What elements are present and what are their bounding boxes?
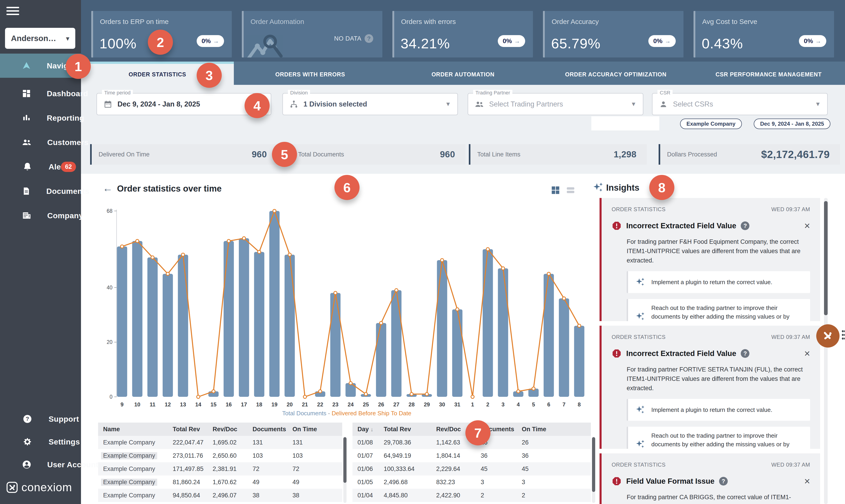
column-name[interactable]: Name bbox=[98, 426, 168, 433]
insight-card-1: ORDER STATISTICS WED 09:37 AM Incorrect … bbox=[599, 326, 820, 449]
back-arrow-icon[interactable]: ← bbox=[103, 182, 113, 194]
kpi-trend-pill[interactable]: 0% → bbox=[498, 35, 525, 47]
kpi-trend-pill[interactable]: 0% → bbox=[648, 35, 676, 47]
question-icon[interactable]: ? bbox=[741, 349, 750, 358]
partners-table-scrollbar[interactable] bbox=[343, 437, 346, 503]
filter-chip-1[interactable]: Dec 9, 2024 - Jan 8, 2025 bbox=[754, 119, 830, 129]
svg-text:9: 9 bbox=[121, 401, 123, 408]
column-day[interactable]: Day↓ bbox=[353, 426, 379, 433]
daily-table-scrollbar[interactable] bbox=[592, 437, 595, 503]
point-day-19 bbox=[273, 209, 276, 213]
bar-day-20 bbox=[285, 255, 295, 397]
svg-text:23: 23 bbox=[332, 401, 339, 408]
chevron-down-icon: ▼ bbox=[445, 101, 451, 108]
question-icon[interactable]: ? bbox=[364, 34, 373, 43]
kpi-value: 0.43% bbox=[702, 35, 743, 52]
close-icon[interactable]: × bbox=[804, 221, 810, 231]
column-on-time[interactable]: On Time bbox=[517, 426, 591, 433]
tab-orders-with-errors[interactable]: ORDERS WITH ERRORS bbox=[234, 61, 387, 85]
filter-trading-partner[interactable]: Trading Partner Select Trading Partners … bbox=[468, 93, 643, 115]
bar-day-23 bbox=[330, 293, 341, 397]
table-row[interactable]: Example Company171,497.852,381.917272 bbox=[98, 462, 342, 475]
sidebar-item-documents[interactable]: Documents bbox=[0, 179, 81, 203]
sidebar-item-alerts[interactable]: Alerts 62 bbox=[0, 155, 81, 179]
support-icon: ? bbox=[22, 414, 33, 424]
point-day-11 bbox=[151, 256, 154, 259]
table-row[interactable]: 01/06100,333.642,229.644545 bbox=[353, 462, 591, 475]
sidebar-item-user-account[interactable]: User Account bbox=[0, 452, 81, 476]
table-row[interactable]: Example Company94,850.642,496.073838 bbox=[98, 489, 342, 502]
conexiom-floating-button[interactable] bbox=[816, 324, 840, 347]
kpi-trend-pill[interactable]: 0% → bbox=[799, 35, 826, 47]
point-day-6 bbox=[547, 272, 550, 275]
table-row[interactable]: 01/044,845.802,422.9022 bbox=[353, 489, 591, 502]
tab-order-accuracy-optimization[interactable]: ORDER ACCURACY OPTIMIZATION bbox=[539, 61, 692, 85]
tab-order-automation[interactable]: ORDER AUTOMATION bbox=[387, 61, 540, 85]
point-day-29 bbox=[425, 393, 428, 396]
column-on-time[interactable]: On Time bbox=[287, 426, 342, 433]
column-documents[interactable]: Documents bbox=[248, 426, 287, 433]
legend-total-documents: Total Documents bbox=[282, 410, 326, 417]
kpi-label: Orders with errors bbox=[401, 18, 456, 25]
point-day-21 bbox=[303, 395, 307, 398]
list-view-icon[interactable] bbox=[565, 185, 576, 196]
bar-day-13 bbox=[178, 255, 188, 397]
filter-division[interactable]: Division 1 Division selected ▼ bbox=[283, 93, 458, 115]
table-row[interactable]: Example Company222,047.471,695.02131131 bbox=[98, 436, 342, 449]
sparkle-icon bbox=[635, 311, 645, 321]
arrow-right-icon: → bbox=[213, 38, 219, 45]
table-row[interactable]: Example Company273,011.762,650.60103103 bbox=[98, 449, 342, 462]
account-selector-label: Anderson… bbox=[11, 34, 56, 43]
sort-descending-icon[interactable]: ↓ bbox=[371, 426, 374, 432]
hamburger-menu-icon[interactable] bbox=[6, 7, 19, 17]
filter-csr[interactable]: CSR Select CSRs ▼ bbox=[652, 93, 828, 115]
partners-table: NameTotal RevRev/DocDocumentsOn TimeExam… bbox=[98, 422, 342, 504]
close-icon[interactable]: × bbox=[804, 476, 810, 486]
svg-text:5: 5 bbox=[532, 401, 535, 408]
drag-dots-icon[interactable] bbox=[842, 330, 845, 341]
table-row[interactable]: 01/0764,949.191,804.143636 bbox=[353, 449, 591, 462]
sidebar-item-customers[interactable]: Customers bbox=[0, 130, 81, 155]
question-icon[interactable]: ? bbox=[719, 477, 728, 486]
point-day-3 bbox=[501, 267, 505, 270]
insight-suggestion: Implement a plugin to return the correct… bbox=[627, 399, 810, 421]
navigator-icon bbox=[22, 61, 31, 70]
account-selector[interactable]: Anderson… ▾ bbox=[5, 28, 75, 49]
insight-card-0: ORDER STATISTICS WED 09:37 AM Incorrect … bbox=[599, 198, 820, 321]
point-day-18 bbox=[257, 250, 261, 254]
chevron-down-icon: ▼ bbox=[815, 101, 821, 108]
kpi-card-4: Avg Cost to Serve 0.43% 0% → bbox=[694, 11, 834, 57]
filter-chip-0[interactable]: Example Company bbox=[680, 119, 742, 129]
table-row[interactable]: 01/052,496.68832.2333 bbox=[353, 475, 591, 489]
sidebar-item-settings[interactable]: Settings bbox=[0, 430, 81, 454]
annotation-circle-6: 6 bbox=[335, 175, 360, 200]
close-icon[interactable]: × bbox=[804, 348, 810, 359]
svg-text:8: 8 bbox=[578, 401, 580, 408]
point-day-20 bbox=[288, 253, 291, 256]
insight-body: For trading partner F&H Food Equipment C… bbox=[612, 237, 810, 265]
insights-scrollbar[interactable] bbox=[824, 198, 828, 504]
bar-day-7 bbox=[559, 299, 569, 397]
annotation-circle-4: 4 bbox=[245, 93, 270, 118]
grid-view-icon[interactable] bbox=[551, 185, 560, 196]
kpi-trend-pill[interactable]: 0% → bbox=[197, 35, 224, 47]
column-rev-doc[interactable]: Rev/Doc bbox=[208, 426, 248, 433]
svg-text:17: 17 bbox=[241, 401, 247, 408]
column-total-rev[interactable]: Total Rev bbox=[168, 426, 208, 433]
sidebar-item-support[interactable]: ?Support bbox=[0, 407, 81, 431]
sidebar-item-reporting[interactable]: Reporting bbox=[0, 106, 81, 130]
question-icon[interactable]: ? bbox=[741, 221, 750, 230]
table-row[interactable]: Example Company81,860.241,670.624949 bbox=[98, 475, 342, 489]
bar-day-17 bbox=[239, 238, 249, 397]
insight-body: For trading partner CA BRIGGS, the corre… bbox=[612, 492, 810, 504]
column-total-rev[interactable]: Total Rev bbox=[379, 426, 431, 433]
svg-text:7: 7 bbox=[562, 401, 565, 408]
bar-day-26 bbox=[376, 323, 386, 397]
point-day-31 bbox=[456, 308, 459, 311]
insight-timestamp: WED 09:37 AM bbox=[771, 462, 810, 468]
sidebar-item-company[interactable]: Company bbox=[0, 203, 81, 228]
tab-csr-performance-management[interactable]: CSR PERFORMANCE MANAGEMENT bbox=[692, 61, 845, 85]
sidebar: Anderson… ▾ Navigator Dashboard Reportin… bbox=[0, 0, 81, 504]
point-day-16 bbox=[227, 239, 230, 242]
sidebar-item-dashboard[interactable]: Dashboard bbox=[0, 82, 81, 106]
